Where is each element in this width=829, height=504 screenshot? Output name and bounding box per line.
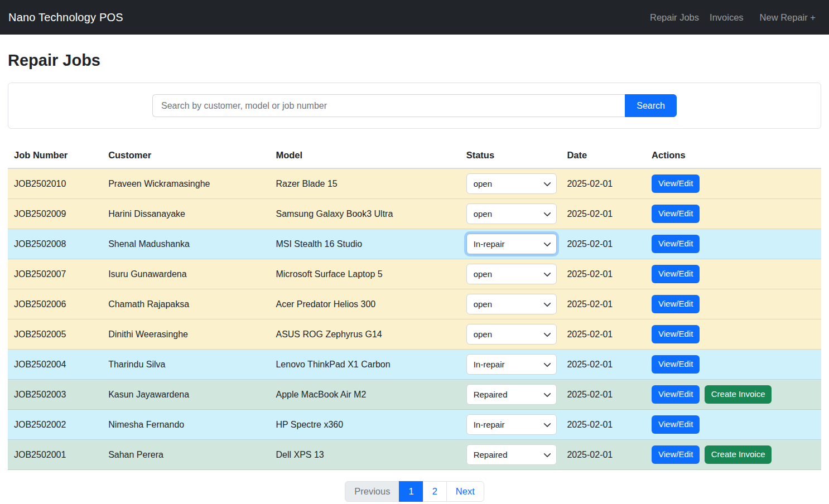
jobs-table-head: Job Number Customer Model Status Date Ac… — [8, 144, 821, 168]
table-row: JOB2502002 Nimesha Fernando HP Spectre x… — [8, 410, 821, 440]
date-cell: 2025-02-01 — [561, 350, 645, 380]
table-row: JOB2502009 Harini Dissanayake Samsung Ga… — [8, 199, 821, 229]
actions-cell: View/Edit — [645, 199, 821, 229]
status-cell: open — [460, 259, 561, 289]
job-number-cell: JOB2502002 — [8, 410, 102, 440]
nav-link-repair-jobs[interactable]: Repair Jobs — [650, 12, 699, 23]
date-cell: 2025-02-01 — [561, 259, 645, 289]
status-select-wrap: open — [466, 294, 557, 314]
navbar: Nano Technology POS Repair Jobs Invoices… — [0, 0, 829, 35]
customer-cell: Sahan Perera — [102, 440, 269, 470]
customer-cell: Harini Dissanayake — [102, 199, 269, 229]
job-number-cell: JOB2502004 — [8, 350, 102, 380]
customer-cell: Shenal Madushanka — [102, 229, 269, 259]
view-edit-button[interactable]: View/Edit — [652, 205, 700, 223]
nav-links: Repair Jobs Invoices New Repair + — [650, 12, 816, 23]
status-select[interactable]: open — [466, 294, 557, 314]
status-select-wrap: open — [466, 203, 557, 224]
date-cell: 2025-02-01 — [561, 319, 645, 350]
model-cell: Lenovo ThinkPad X1 Carbon — [269, 350, 460, 380]
view-edit-button[interactable]: View/Edit — [652, 265, 700, 283]
status-select[interactable]: In-repair — [466, 354, 557, 375]
customer-cell: Dinithi Weerasinghe — [102, 319, 269, 350]
col-header-date: Date — [561, 144, 645, 168]
date-cell: 2025-02-01 — [561, 380, 645, 410]
customer-cell: Kasun Jayawardena — [102, 380, 269, 410]
search-input[interactable] — [152, 94, 625, 117]
page-link-2[interactable]: 2 — [423, 481, 447, 502]
status-select-wrap: Repaired — [466, 384, 557, 405]
status-select[interactable]: Repaired — [466, 384, 557, 405]
model-cell: Dell XPS 13 — [269, 440, 460, 470]
customer-cell: Chamath Rajapaksa — [102, 289, 269, 319]
view-edit-button[interactable]: View/Edit — [652, 415, 700, 434]
page-item-1: 1 — [399, 481, 423, 502]
view-edit-button[interactable]: View/Edit — [652, 325, 700, 343]
col-header-job-number: Job Number — [8, 144, 102, 168]
customer-cell: Praveen Wickramasinghe — [102, 168, 269, 199]
view-edit-button[interactable]: View/Edit — [652, 175, 700, 193]
status-select[interactable]: open — [466, 203, 557, 224]
status-select-wrap: open — [466, 324, 557, 345]
status-cell: Repaired — [460, 440, 561, 470]
date-cell: 2025-02-01 — [561, 168, 645, 199]
customer-cell: Isuru Gunawardena — [102, 259, 269, 289]
job-number-cell: JOB2502003 — [8, 380, 102, 410]
main-content: Repair Jobs Search Job Number Customer M… — [0, 51, 829, 504]
col-header-actions: Actions — [645, 144, 821, 168]
actions-cell: View/Edit — [645, 289, 821, 319]
create-invoice-button[interactable]: Create Invoice — [705, 445, 772, 464]
view-edit-button[interactable]: View/Edit — [652, 445, 700, 464]
status-select-wrap: In-repair — [466, 414, 557, 435]
pagination: Previous12Next — [8, 481, 821, 502]
page-item-previous: Previous — [345, 481, 399, 502]
brand-title: Nano Technology POS — [8, 11, 123, 24]
page-link-previous: Previous — [345, 481, 399, 502]
create-invoice-button[interactable]: Create Invoice — [705, 385, 772, 404]
table-row: JOB2502001 Sahan Perera Dell XPS 13 Repa… — [8, 440, 821, 470]
status-select[interactable]: Repaired — [466, 444, 557, 465]
status-cell: In-repair — [460, 229, 561, 259]
date-cell: 2025-02-01 — [561, 229, 645, 259]
status-cell: open — [460, 319, 561, 350]
nav-link-new-repair[interactable]: New Repair + — [760, 12, 816, 23]
actions-cell: View/Edit Create Invoice — [645, 440, 821, 470]
actions-cell: View/Edit — [645, 229, 821, 259]
model-cell: Acer Predator Helios 300 — [269, 289, 460, 319]
pagination-list: Previous12Next — [345, 481, 484, 502]
status-select-wrap: Repaired — [466, 444, 557, 465]
view-edit-button[interactable]: View/Edit — [652, 385, 700, 404]
jobs-table-body: JOB2502010 Praveen Wickramasinghe Razer … — [8, 168, 821, 470]
page-link-1[interactable]: 1 — [399, 481, 423, 502]
table-row: JOB2502006 Chamath Rajapaksa Acer Predat… — [8, 289, 821, 319]
view-edit-button[interactable]: View/Edit — [652, 235, 700, 253]
actions-cell: View/Edit — [645, 410, 821, 440]
view-edit-button[interactable]: View/Edit — [652, 355, 700, 374]
model-cell: Microsoft Surface Laptop 5 — [269, 259, 460, 289]
table-row: JOB2502007 Isuru Gunawardena Microsoft S… — [8, 259, 821, 289]
status-cell: Repaired — [460, 380, 561, 410]
job-number-cell: JOB2502010 — [8, 168, 102, 199]
search-button[interactable]: Search — [625, 94, 677, 117]
status-cell: open — [460, 289, 561, 319]
job-number-cell: JOB2502005 — [8, 319, 102, 350]
model-cell: ASUS ROG Zephyrus G14 — [269, 319, 460, 350]
search-card: Search — [8, 83, 821, 129]
status-select-wrap: In-repair — [466, 354, 557, 375]
actions-cell: View/Edit — [645, 168, 821, 199]
job-number-cell: JOB2502007 — [8, 259, 102, 289]
col-header-customer: Customer — [102, 144, 269, 168]
nav-link-invoices[interactable]: Invoices — [710, 12, 744, 23]
date-cell: 2025-02-01 — [561, 410, 645, 440]
status-select[interactable]: In-repair — [466, 234, 557, 254]
view-edit-button[interactable]: View/Edit — [652, 295, 700, 313]
page-link-next[interactable]: Next — [446, 481, 484, 502]
status-select[interactable]: In-repair — [466, 414, 557, 435]
status-select[interactable]: open — [466, 264, 557, 284]
status-select[interactable]: open — [466, 173, 557, 194]
actions-cell: View/Edit — [645, 259, 821, 289]
job-number-cell: JOB2502001 — [8, 440, 102, 470]
model-cell: MSI Stealth 16 Studio — [269, 229, 460, 259]
page-item-next: Next — [447, 481, 484, 502]
status-select[interactable]: open — [466, 324, 557, 345]
